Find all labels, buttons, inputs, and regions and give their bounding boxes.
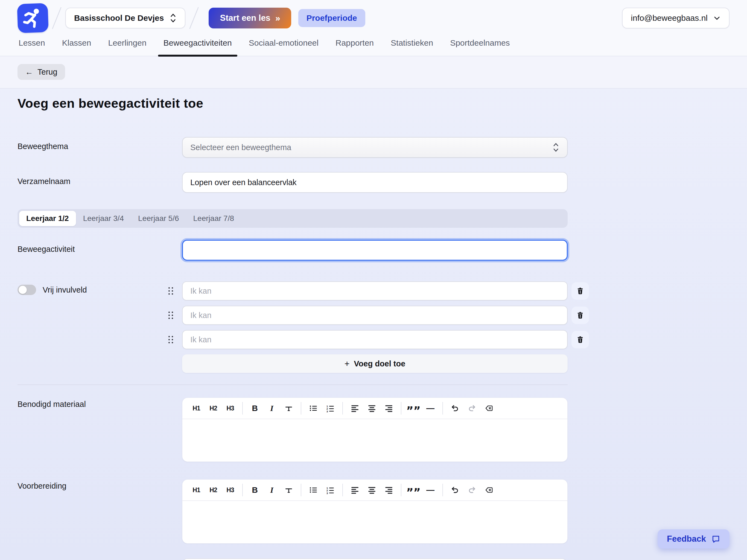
strikethrough-button[interactable]	[280, 400, 297, 416]
speech-bubble-icon	[712, 535, 720, 543]
activity-label: Beweegactiviteit	[18, 240, 182, 254]
align-center-icon	[368, 404, 376, 412]
school-selector[interactable]: Basisschool De Devjes	[66, 8, 185, 28]
heading1-button[interactable]: H1	[188, 400, 205, 416]
align-center-button[interactable]	[363, 400, 380, 416]
section-divider	[18, 384, 568, 385]
heading3-button[interactable]: H3	[222, 400, 239, 416]
undo-button[interactable]	[446, 482, 463, 498]
drag-handle-icon[interactable]	[167, 286, 175, 297]
toolbar-separator	[342, 484, 343, 496]
goal-row	[182, 281, 568, 301]
nav-item-klassen[interactable]: Klassen	[61, 36, 93, 56]
activity-input[interactable]	[182, 240, 568, 261]
tab-leerjaar-5-6[interactable]: Leerjaar 5/6	[131, 211, 186, 226]
delete-goal-button[interactable]	[571, 307, 589, 324]
align-center-button[interactable]	[363, 482, 380, 498]
tab-leerjaar-7-8[interactable]: Leerjaar 7/8	[186, 211, 241, 226]
bullet-list-icon	[309, 486, 317, 494]
back-bar: ← Terug	[0, 56, 747, 88]
redo-button[interactable]	[463, 482, 481, 498]
header-divider-slash	[52, 7, 61, 29]
nav-item-statistieken[interactable]: Statistieken	[390, 36, 434, 56]
tab-leerjaar-1-2[interactable]: Leerjaar 1/2	[19, 211, 76, 226]
collection-name-input[interactable]	[182, 172, 568, 193]
drag-handle-icon[interactable]	[167, 310, 175, 321]
goal-row	[182, 330, 568, 349]
redo-button[interactable]	[463, 400, 481, 416]
trial-badge[interactable]: Proefperiode	[298, 9, 365, 27]
blockquote-button[interactable]: ””	[405, 400, 422, 416]
toolbar-separator	[401, 402, 402, 414]
nav-item-beweegactiviteiten[interactable]: Beweegactiviteiten	[162, 36, 233, 56]
numbered-list-icon: 1 2 3	[326, 404, 334, 412]
nav-item-leerlingen[interactable]: Leerlingen	[107, 36, 147, 56]
blockquote-button[interactable]: ””	[405, 482, 422, 498]
bullet-list-button[interactable]	[305, 482, 322, 498]
year-tabs: Leerjaar 1/2 Leerjaar 3/4 Leerjaar 5/6 L…	[18, 209, 729, 228]
strikethrough-icon	[285, 486, 293, 494]
clear-button[interactable]	[481, 400, 497, 416]
heading3-button[interactable]: H3	[222, 482, 239, 498]
nav-item-sociaal-emotioneel[interactable]: Sociaal-emotioneel	[248, 36, 319, 56]
school-name: Basisschool De Devjes	[74, 14, 164, 23]
bullet-list-button[interactable]	[305, 400, 322, 416]
add-goal-button[interactable]: + Voeg doel toe	[182, 354, 568, 373]
account-menu[interactable]: info@beweegbaas.nl	[622, 8, 729, 28]
heading1-button[interactable]: H1	[188, 482, 205, 498]
horizontal-rule-button[interactable]: —	[422, 482, 439, 498]
undo-button[interactable]	[446, 400, 463, 416]
nav-item-sportdeelnames[interactable]: Sportdeelnames	[449, 36, 511, 56]
align-left-button[interactable]	[346, 400, 363, 416]
start-lesson-button[interactable]: Start een les »	[209, 8, 291, 28]
toolbar-separator	[301, 402, 301, 414]
main-nav: Lessen Klassen Leerlingen Beweegactivite…	[0, 36, 747, 56]
bold-button[interactable]: B	[247, 482, 263, 498]
start-lesson-label: Start een les	[220, 13, 271, 23]
activity-row: Beweegactiviteit	[18, 240, 729, 261]
theme-select[interactable]: Selecteer een beweegthema	[182, 137, 568, 158]
preparation-editor-body[interactable]	[182, 501, 567, 543]
nav-item-rapporten[interactable]: Rapporten	[334, 36, 375, 56]
italic-button[interactable]: I	[263, 400, 280, 416]
goal-input[interactable]	[182, 330, 568, 349]
align-right-button[interactable]	[380, 400, 397, 416]
free-field-toggle[interactable]	[18, 285, 36, 295]
chevron-updown-icon	[552, 142, 560, 153]
delete-goal-button[interactable]	[571, 331, 589, 348]
strikethrough-icon	[285, 404, 293, 412]
nav-item-lessen[interactable]: Lessen	[18, 36, 46, 56]
numbered-list-button[interactable]: 1 2 3	[322, 482, 339, 498]
toolbar-separator	[342, 402, 343, 414]
page-title: Voeg een beweegactiviteit toe	[18, 96, 729, 111]
back-button[interactable]: ← Terug	[18, 64, 65, 80]
italic-button[interactable]: I	[263, 482, 280, 498]
align-right-button[interactable]	[380, 482, 397, 498]
numbered-list-button[interactable]: 1 2 3	[322, 400, 339, 416]
goal-input[interactable]	[182, 306, 568, 325]
preparation-editor: H1 H2 H3 B I	[182, 479, 568, 543]
bold-button[interactable]: B	[247, 400, 263, 416]
goal-input[interactable]	[182, 281, 568, 301]
heading2-button[interactable]: H2	[205, 400, 222, 416]
beweegbaas-logo[interactable]	[17, 3, 49, 33]
strikethrough-button[interactable]	[280, 482, 297, 498]
delete-goal-button[interactable]	[571, 282, 589, 300]
collection-name-label: Verzamelnaam	[18, 172, 182, 186]
toolbar-separator	[242, 484, 243, 496]
clear-button[interactable]	[481, 482, 497, 498]
materials-label: Benodigd materiaal	[18, 398, 182, 409]
editor-toolbar: H1 H2 H3 B I	[182, 480, 567, 501]
align-left-icon	[351, 486, 359, 494]
preparation-label: Voorbereiding	[18, 479, 182, 490]
preparation-row: Voorbereiding H1 H2 H3 B I	[18, 479, 729, 543]
drag-handle-icon[interactable]	[167, 334, 175, 345]
materials-editor-body[interactable]	[182, 419, 567, 462]
align-left-button[interactable]	[346, 482, 363, 498]
theme-row: Beweegthema Selecteer een beweegthema	[18, 137, 729, 158]
tab-leerjaar-3-4[interactable]: Leerjaar 3/4	[76, 211, 131, 226]
trial-badge-label: Proefperiode	[307, 14, 357, 23]
heading2-button[interactable]: H2	[205, 482, 222, 498]
horizontal-rule-button[interactable]: —	[422, 400, 439, 416]
feedback-button[interactable]: Feedback	[658, 529, 729, 549]
